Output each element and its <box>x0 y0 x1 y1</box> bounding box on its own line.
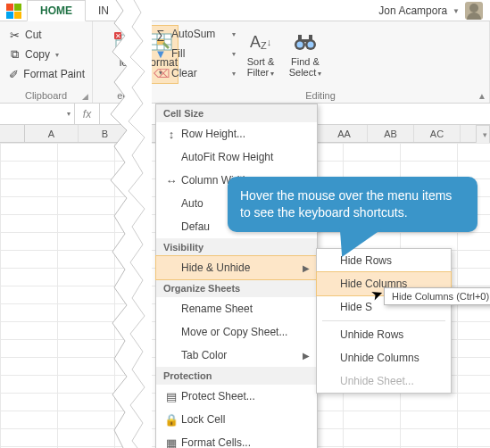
menu-hide-unhide[interactable]: Hide & Unhide ▶ <box>156 256 317 279</box>
clear-label: Clear <box>171 67 197 79</box>
svg-text:✕: ✕ <box>115 32 121 40</box>
fill-label: Fill <box>171 47 185 60</box>
caret-down-icon: ▾ <box>55 51 59 59</box>
group-editing: ∑ AutoSum ▾ ▼ Fill ▾ ⌫ Clear ▾ AZ↓ <box>146 21 490 103</box>
lock-icon: 🔒 <box>162 413 181 427</box>
svg-point-15 <box>308 42 314 48</box>
group-title-editing: Editing <box>154 88 487 101</box>
col-header[interactable]: AB <box>368 125 414 142</box>
menu-move-copy-sheet[interactable]: Move or Copy Sheet... <box>156 320 317 344</box>
svg-rect-18 <box>302 39 309 42</box>
caret-down-icon: ▾ <box>232 50 236 58</box>
format-dropdown-menu: Cell Size ↕ Row Height... AutoFit Row He… <box>155 104 318 448</box>
menu-tab-color[interactable]: Tab Color ▶ <box>156 344 317 367</box>
menu-section-visibility: Visibility <box>156 238 317 256</box>
menu-format-cells[interactable]: ▦ Format Cells... <box>156 431 317 448</box>
group-clipboard: ✂ Cut ⧉ Copy ▾ ✐ Format Paint Clipboard … <box>0 21 93 103</box>
menu-protect-sheet[interactable]: ▤ Protect Sheet... <box>156 385 317 408</box>
binoculars-icon <box>291 29 320 54</box>
copy-button[interactable]: ⧉ Copy ▾ <box>7 45 85 64</box>
fill-button[interactable]: ▼ Fill ▾ <box>154 45 236 62</box>
submenu-arrow-icon: ▶ <box>303 263 310 273</box>
ribbon-tab-row: HOME IN Jon Acampora ▼ <box>0 0 490 21</box>
tab-partial[interactable]: IN <box>86 1 111 21</box>
cut-button[interactable]: ✂ Cut <box>7 25 85 45</box>
row-height-icon: ↕ <box>162 128 181 141</box>
scissors-icon: ✂ <box>7 28 21 42</box>
svg-point-14 <box>297 42 303 48</box>
menu-section-organize: Organize Sheets <box>156 279 317 297</box>
caret-down-icon: ▾ <box>232 70 236 78</box>
paintbrush-icon: ✐ <box>7 67 20 81</box>
find-select-button[interactable]: Find &Select▾ <box>284 25 327 84</box>
delete-button[interactable]: ✕ lete ▾ <box>111 25 137 84</box>
avatar <box>465 2 483 20</box>
caret-down-icon: ▾ <box>232 30 236 38</box>
caret-down-icon: ▾ <box>122 69 126 77</box>
user-account[interactable]: Jon Acampora ▼ <box>378 2 483 20</box>
user-name: Jon Acampora <box>378 4 447 17</box>
menu-autofit-row[interactable]: AutoFit Row Height <box>156 145 317 169</box>
autosum-label: AutoSum <box>171 28 215 40</box>
submenu-arrow-icon: ▶ <box>303 351 310 361</box>
protect-sheet-icon: ▤ <box>162 390 181 403</box>
dialog-launcher-icon[interactable]: ◢ <box>82 92 88 101</box>
window-icon <box>5 3 21 19</box>
group-title-clipboard: Clipboard ◢ <box>7 88 85 101</box>
formula-expand[interactable]: ▾ <box>476 125 490 145</box>
select-all-corner[interactable] <box>0 125 25 142</box>
caret-down-icon: ▾ <box>67 110 71 118</box>
annotation-callout: Hover the mouse over the menu items to s… <box>228 177 478 232</box>
sort-icon: AZ↓ <box>246 29 275 54</box>
svg-rect-16 <box>298 35 302 40</box>
delete-icon: ✕ <box>110 29 138 54</box>
submenu-unhide-sheet: Unhide Sheet... <box>317 369 451 393</box>
fill-down-icon: ▼ <box>154 47 168 61</box>
col-header[interactable]: A <box>25 125 79 142</box>
name-box[interactable]: ▾ <box>0 104 75 124</box>
menu-separator <box>322 320 445 321</box>
eraser-icon: ⌫ <box>154 67 168 80</box>
submenu-unhide-columns[interactable]: Unhide Columns <box>317 346 451 369</box>
ribbon-collapse-icon[interactable]: ▲ <box>478 91 486 101</box>
menu-lock-cell[interactable]: 🔒 Lock Cell <box>156 408 317 431</box>
sigma-icon: ∑ <box>154 28 168 41</box>
group-title-cells: ells <box>111 88 138 101</box>
ribbon: ✂ Cut ⧉ Copy ▾ ✐ Format Paint Clipboard … <box>0 21 490 104</box>
menu-rename-sheet[interactable]: Rename Sheet <box>156 297 317 320</box>
svg-rect-17 <box>309 35 312 40</box>
format-cells-icon: ▦ <box>162 436 181 449</box>
cut-label: Cut <box>25 29 42 41</box>
col-header[interactable]: AA <box>321 125 368 142</box>
col-header[interactable]: AC <box>414 125 461 142</box>
group-cells: ✕ lete ▾ Format ▾ ells <box>93 21 146 103</box>
tab-home[interactable]: HOME <box>27 0 86 21</box>
copy-label: Copy <box>25 48 50 61</box>
col-header[interactable]: B <box>79 125 132 142</box>
delete-label: lete <box>112 56 137 69</box>
format-painter-label: Format Paint <box>23 68 85 80</box>
col-width-icon: ↔ <box>162 174 181 187</box>
caret-down-icon: ▼ <box>453 7 460 15</box>
menu-section-protection: Protection <box>156 367 317 385</box>
menu-row-height[interactable]: ↕ Row Height... <box>156 122 317 145</box>
sort-filter-button[interactable]: AZ↓ Sort &Filter▾ <box>239 25 282 84</box>
format-painter-button[interactable]: ✐ Format Paint <box>7 64 85 84</box>
fx-icon[interactable]: fx <box>75 104 100 124</box>
tooltip: Hide Columns (Ctrl+0) <box>384 287 490 305</box>
submenu-unhide-rows[interactable]: Unhide Rows <box>317 323 451 346</box>
copy-icon: ⧉ <box>7 47 21 62</box>
autosum-button[interactable]: ∑ AutoSum ▾ <box>154 25 236 43</box>
hide-unhide-submenu: Hide Rows Hide Columns Hide S Unhide Row… <box>316 248 452 394</box>
menu-section-cell-size: Cell Size <box>156 104 317 122</box>
clear-button[interactable]: ⌫ Clear ▾ <box>154 64 236 82</box>
